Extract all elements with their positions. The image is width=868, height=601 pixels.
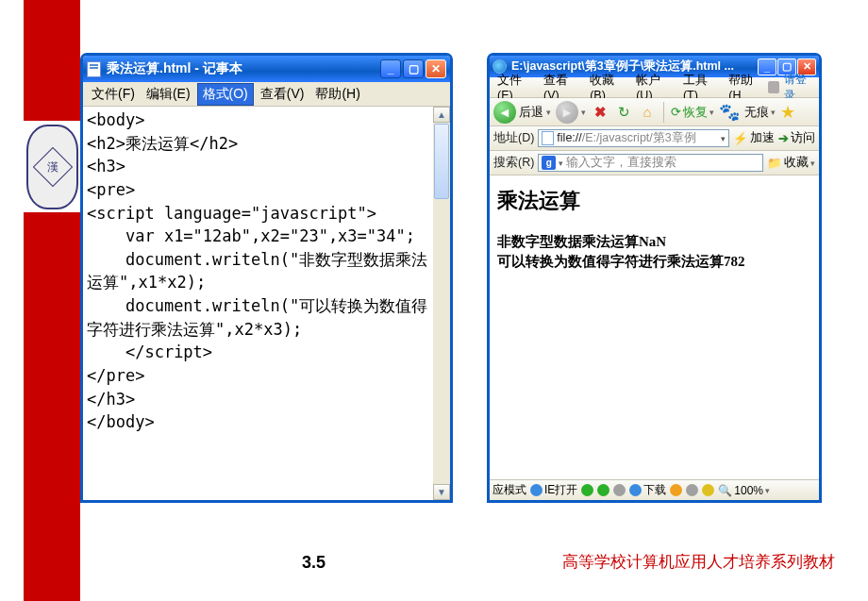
folder-icon: 📁: [767, 156, 782, 170]
notepad-window: 乘法运算.html - 记事本 _ ▢ ✕ 文件(F) 编辑(E) 格式(O) …: [80, 53, 453, 503]
paw-icon[interactable]: 🐾: [719, 102, 740, 123]
ie-label: IE打开: [544, 482, 577, 498]
no-trace-label: 无痕: [744, 104, 769, 121]
search-placeholder: 输入文字，直接搜索: [566, 155, 676, 171]
notepad-scrollbar[interactable]: ▲ ▼: [433, 107, 450, 500]
restore-icon: ⟳: [671, 105, 681, 119]
download-icon: [629, 484, 642, 496]
ie-icon: [530, 484, 542, 496]
go-label: 访问: [791, 130, 815, 146]
ie-open-button[interactable]: IE打开: [530, 482, 577, 498]
accel-label: 加速: [750, 130, 775, 146]
download-label: 下载: [643, 482, 666, 498]
address-label: 地址(D): [493, 130, 534, 146]
content-line-2: 可以转换为数值得字符进行乘法运算782: [497, 252, 811, 272]
menu-format[interactable]: 格式(O): [197, 83, 254, 106]
minimize-button[interactable]: _: [380, 59, 401, 78]
scroll-thumb[interactable]: [434, 124, 449, 199]
scroll-down-icon[interactable]: ▼: [433, 484, 450, 500]
chevron-down-icon: ▾: [810, 159, 815, 168]
menu-edit[interactable]: 编辑(E): [142, 84, 195, 105]
notepad-title: 乘法运算.html - 记事本: [107, 60, 242, 77]
chevron-down-icon[interactable]: ▾: [559, 159, 563, 168]
scroll-up-icon[interactable]: ▲: [433, 107, 450, 123]
status-icon-gray[interactable]: [613, 484, 626, 496]
restore-label: 恢复: [683, 104, 708, 121]
forward-icon: ►: [556, 101, 578, 124]
browser-window: E:\javascript\第3章例子\乘法运算.html ... _ ▢ ✕ …: [487, 53, 822, 503]
browser-toolbar: ◄ 后退 ▾ ► ▾ ✖ ↻ ⌂ ⟳ 恢复 ▾ 🐾 无痕 ▾ ★: [490, 98, 819, 126]
browser-content: 乘法运算 非数字型数据乘法运算NaN 可以转换为数值得字符进行乘法运算782: [490, 175, 819, 479]
notepad-text-area[interactable]: <body> <h2>乘法运算</h2> <h3> <pre> <script …: [83, 107, 433, 500]
chevron-down-icon: ▾: [771, 108, 776, 117]
accelerate-button[interactable]: ⚡ 加速: [733, 130, 775, 146]
refresh-button[interactable]: ↻: [614, 103, 633, 122]
home-button[interactable]: ⌂: [638, 103, 657, 122]
slide-red-band-bottom: [24, 212, 80, 601]
browser-menubar: 文件(E) 查看(V) 收藏(B) 帐户(U) 工具(T) 帮助(H 请登录: [490, 77, 819, 98]
notepad-titlebar[interactable]: 乘法运算.html - 记事本 _ ▢ ✕: [83, 56, 450, 82]
notepad-icon: [87, 61, 101, 77]
status-icon-green2[interactable]: [597, 484, 609, 496]
chevron-down-icon: ▾: [765, 486, 770, 495]
status-icon-gray2[interactable]: [686, 484, 698, 496]
star-icon[interactable]: ★: [780, 102, 795, 123]
zoom-control[interactable]: 🔍 100% ▾: [718, 484, 770, 497]
forward-button[interactable]: ► ▾: [556, 101, 586, 124]
notepad-menubar: 文件(F) 编辑(E) 格式(O) 查看(V) 帮助(H): [83, 82, 450, 107]
search-engine-icon: g: [542, 156, 556, 170]
status-icon-green[interactable]: [581, 484, 593, 496]
no-trace-button[interactable]: 无痕 ▾: [744, 104, 776, 121]
search-label: 搜索(R): [493, 155, 534, 171]
address-bar: 地址(D) file:///E:/javascript/第3章例 ▾ ⚡ 加速 …: [490, 126, 819, 151]
university-logo: 漢: [26, 125, 78, 209]
zoom-icon: 🔍: [718, 484, 732, 497]
chevron-down-icon: ▾: [581, 108, 586, 117]
footer-text: 高等学校计算机应用人才培养系列教材: [562, 551, 835, 573]
lightning-icon: ⚡: [733, 131, 748, 145]
block-icon[interactable]: [768, 81, 779, 93]
go-button[interactable]: ➔ 访问: [778, 130, 815, 146]
search-bar: 搜索(R) g ▾ 输入文字，直接搜索 📁 收藏 ▾: [490, 151, 819, 175]
address-input[interactable]: file:///E:/javascript/第3章例 ▾: [538, 129, 729, 147]
toolbar-divider: [663, 102, 664, 123]
favorites-button[interactable]: 📁 收藏 ▾: [767, 155, 815, 171]
browser-statusbar: 应模式 IE打开 下载 🔍 100% ▾: [490, 479, 819, 500]
menu-file[interactable]: 文件(F): [87, 84, 140, 105]
status-icon-orange[interactable]: [670, 484, 682, 496]
restore-button[interactable]: ⟳ 恢复 ▾: [671, 104, 714, 121]
chevron-down-icon: ▾: [709, 108, 714, 117]
go-icon: ➔: [778, 131, 789, 145]
content-heading: 乘法运算: [497, 187, 811, 215]
maximize-button[interactable]: ▢: [403, 59, 424, 78]
slide-number: 3.5: [302, 553, 326, 573]
chevron-down-icon[interactable]: ▾: [721, 134, 726, 143]
page-icon: [542, 131, 554, 145]
status-mode: 应模式: [492, 482, 526, 498]
address-text: file:///E:/javascript/第3章例: [557, 130, 695, 146]
close-button[interactable]: ✕: [426, 59, 446, 78]
menu-view[interactable]: 查看(V): [256, 84, 309, 105]
scroll-track[interactable]: [433, 200, 450, 484]
zoom-value: 100%: [734, 484, 763, 497]
chevron-down-icon: ▾: [546, 108, 551, 117]
slide-red-band-top: [24, 0, 80, 121]
fav-label: 收藏: [784, 155, 809, 171]
status-icon-yellow[interactable]: [702, 484, 714, 496]
back-label: 后退: [519, 104, 543, 121]
menu-help[interactable]: 帮助(H): [310, 84, 364, 105]
stop-button[interactable]: ✖: [591, 103, 609, 122]
back-icon: ◄: [493, 101, 516, 124]
download-button[interactable]: 下载: [629, 482, 666, 498]
notepad-body: <body> <h2>乘法运算</h2> <h3> <pre> <script …: [83, 107, 450, 500]
back-button[interactable]: ◄ 后退 ▾: [493, 101, 551, 124]
content-line-1: 非数字型数据乘法运算NaN: [497, 232, 811, 252]
search-input[interactable]: g ▾ 输入文字，直接搜索: [538, 154, 763, 172]
